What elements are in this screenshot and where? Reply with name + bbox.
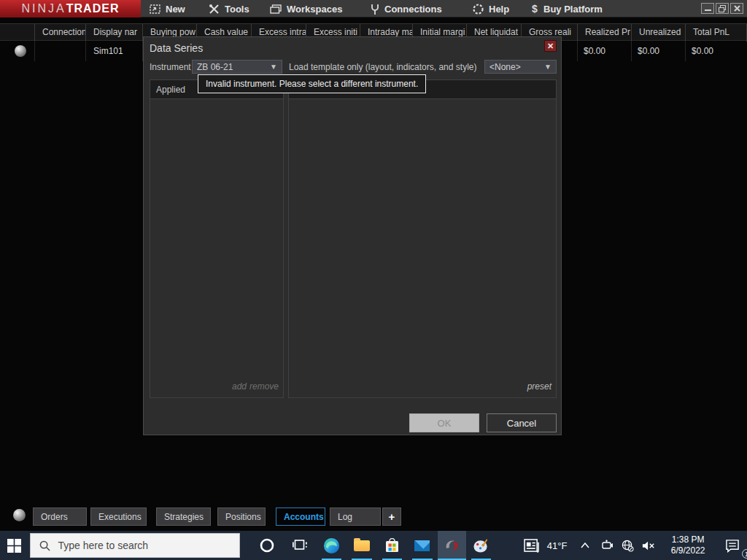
ninjatrader-taskbar-button[interactable] — [438, 531, 466, 560]
unrealized-value: $0.00 — [638, 41, 659, 61]
volume-button[interactable] — [638, 531, 659, 560]
dialog-close-icon[interactable]: ✕ — [544, 40, 557, 52]
menu-item-label: Connections — [384, 4, 442, 15]
add-tab-button[interactable]: + — [382, 508, 401, 526]
no-internet-globe-icon — [622, 540, 634, 552]
ok-button[interactable]: OK — [409, 413, 479, 432]
menu-item-new[interactable]: New — [150, 0, 185, 18]
total-pnl-value: $0.00 — [692, 41, 713, 61]
row-column-divider — [85, 41, 86, 61]
cortana-icon — [260, 538, 274, 553]
start-button[interactable] — [0, 531, 28, 560]
tab-log[interactable]: Log — [330, 508, 381, 526]
preset-link[interactable]: preset — [527, 381, 551, 392]
notification-count-badge: 1 — [742, 549, 747, 559]
tab-strategies[interactable]: Strategies — [156, 508, 211, 526]
row-column-divider — [34, 41, 35, 61]
paint-icon — [473, 537, 489, 554]
meet-now-icon — [601, 540, 614, 551]
realized-pnl-value: $0.00 — [584, 41, 605, 61]
applied-panel: Applied add remove — [150, 79, 284, 398]
plug-icon — [371, 4, 379, 15]
clock-time: 1:38 PM — [662, 534, 714, 545]
new-window-icon — [150, 4, 160, 14]
column-header-connection[interactable]: Connection — [35, 24, 86, 42]
window-controls — [701, 3, 743, 14]
cortana-button[interactable] — [250, 531, 283, 560]
file-explorer-button[interactable] — [347, 531, 376, 560]
column-header-display-nar[interactable]: Display nar — [86, 24, 143, 42]
taskbar-search-input[interactable]: Type here to search — [30, 533, 240, 558]
store-icon — [384, 538, 400, 553]
menu-item-connections[interactable]: Connections — [371, 0, 442, 18]
account-display-name: Sim101 — [93, 41, 123, 61]
properties-panel: preset — [288, 79, 557, 398]
meet-now-button[interactable] — [597, 531, 618, 560]
ninjatrader-window: NINJATRADER NewToolsWorkspacesConnection… — [0, 0, 747, 560]
menu-bar: NINJATRADER NewToolsWorkspacesConnection… — [0, 0, 747, 18]
connection-status-sphere-icon — [15, 45, 26, 57]
column-header-total-pnl[interactable]: Total PnL — [686, 24, 747, 42]
notification-icon — [725, 539, 740, 553]
ninjatrader-logo: NINJATRADER — [0, 0, 141, 18]
tab-accounts[interactable]: Accounts — [276, 508, 325, 526]
instrument-dropdown[interactable]: ZB 06-21 ▼ — [192, 60, 282, 74]
template-value: <None> — [489, 62, 544, 72]
dialog-title: Data Series — [150, 42, 203, 54]
network-status-button[interactable] — [618, 531, 638, 560]
menu-item-workspaces[interactable]: Workspaces — [270, 0, 342, 18]
tools-icon — [209, 4, 220, 14]
row-column-divider — [631, 41, 632, 61]
dollar-icon: $ — [531, 3, 538, 15]
menu-item-help[interactable]: Help — [473, 0, 509, 18]
instrument-value: ZB 06-21 — [197, 62, 270, 72]
mail-button[interactable] — [407, 531, 437, 560]
menu-item-tools[interactable]: Tools — [209, 0, 249, 18]
newspaper-icon — [524, 539, 541, 553]
action-center-button[interactable]: 1 — [719, 531, 747, 560]
remove-link[interactable]: remove — [249, 381, 279, 392]
tab-executions[interactable]: Executions — [90, 508, 147, 526]
chevron-down-icon: ▼ — [544, 63, 551, 71]
invalid-instrument-tooltip: Invalid instrument. Please select a diff… — [198, 74, 426, 93]
chevron-up-icon — [581, 542, 589, 548]
data-series-dialog: Data Series ✕ Instrument ZB 06-21 ▼ Load… — [143, 36, 562, 435]
paint-button[interactable] — [466, 531, 496, 560]
logo-text-trader: TRADER — [66, 2, 120, 15]
svg-text:$: $ — [532, 3, 538, 15]
bottom-tab-bar: OrdersExecutionsStrategiesPositionsAccou… — [0, 506, 747, 526]
store-button[interactable] — [377, 531, 407, 560]
minimize-button[interactable] — [701, 3, 714, 14]
column-header-realized-pr[interactable]: Realized Pr — [578, 24, 632, 42]
column-header-unrealized[interactable]: Unrealized — [632, 24, 686, 42]
mail-icon — [414, 540, 430, 551]
tray-expand-button[interactable] — [573, 531, 597, 560]
task-view-icon — [293, 540, 307, 552]
close-button[interactable] — [730, 3, 743, 14]
menu-item-label: Workspaces — [287, 4, 342, 15]
column-header-empty[interactable] — [0, 24, 35, 42]
instrument-label: Instrument — [150, 62, 191, 72]
logo-text-ninja: NINJA — [22, 2, 66, 15]
temperature-label[interactable]: 41°F — [547, 540, 568, 551]
add-link[interactable]: add — [232, 381, 247, 392]
load-template-label: Load template only (layout, indicators, … — [289, 62, 476, 72]
taskbar-clock[interactable]: 1:38 PM 6/9/2022 — [662, 534, 714, 556]
windows-taskbar: Type here to search 41°F — [0, 531, 747, 560]
tab-positions[interactable]: Positions — [217, 508, 266, 526]
news-widget-button[interactable] — [516, 531, 546, 560]
restore-button[interactable] — [716, 3, 729, 14]
task-view-button[interactable] — [284, 531, 317, 560]
workspaces-icon — [270, 4, 282, 14]
cancel-button[interactable]: Cancel — [487, 413, 557, 432]
tab-orders[interactable]: Orders — [33, 508, 87, 526]
edge-taskbar-button[interactable] — [317, 531, 347, 560]
template-dropdown[interactable]: <None> ▼ — [484, 60, 557, 74]
menu-item-buy-platform[interactable]: $Buy Platform — [531, 0, 603, 18]
windows-logo-icon — [7, 539, 21, 553]
row-column-divider — [685, 41, 686, 61]
search-icon — [39, 540, 50, 551]
menu-item-label: Tools — [225, 4, 249, 15]
chevron-down-icon: ▼ — [270, 63, 277, 71]
volume-muted-icon — [642, 540, 655, 551]
